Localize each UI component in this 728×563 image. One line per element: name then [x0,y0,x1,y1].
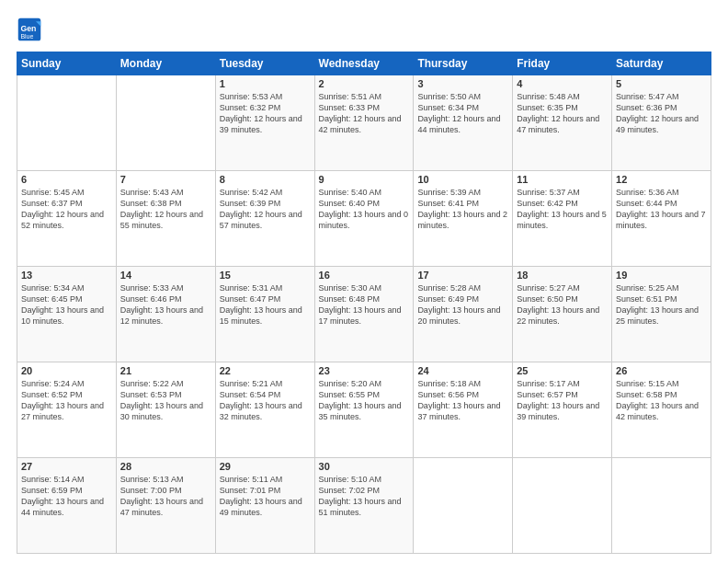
day-number: 18 [517,270,608,281]
day-number: 8 [220,174,311,185]
day-cell: 6Sunrise: 5:45 AMSunset: 6:37 PMDaylight… [17,171,117,267]
day-info: Sunrise: 5:48 AMSunset: 6:35 PMDaylight:… [517,91,608,136]
day-number: 15 [220,270,311,281]
day-cell: 20Sunrise: 5:24 AMSunset: 6:52 PMDayligh… [17,362,117,458]
day-cell: 8Sunrise: 5:42 AMSunset: 6:39 PMDaylight… [215,171,314,267]
day-number: 3 [417,78,508,89]
day-cell: 16Sunrise: 5:30 AMSunset: 6:48 PMDayligh… [314,267,414,362]
day-cell: 15Sunrise: 5:31 AMSunset: 6:47 PMDayligh… [215,267,314,362]
week-row-1: 1Sunrise: 5:53 AMSunset: 6:32 PMDaylight… [17,75,711,171]
day-info: Sunrise: 5:34 AMSunset: 6:45 PMDaylight:… [21,282,112,327]
day-number: 16 [319,270,410,281]
week-row-5: 27Sunrise: 5:14 AMSunset: 6:59 PMDayligh… [17,458,711,554]
day-number: 10 [417,174,508,185]
day-cell [17,75,117,171]
logo-icon: Gen Blue [17,17,42,42]
day-number: 17 [417,270,508,281]
header: Gen Blue [17,17,711,42]
day-cell: 18Sunrise: 5:27 AMSunset: 6:50 PMDayligh… [513,267,612,362]
day-cell: 11Sunrise: 5:37 AMSunset: 6:42 PMDayligh… [513,171,612,267]
day-number: 28 [120,461,211,472]
day-info: Sunrise: 5:14 AMSunset: 6:59 PMDaylight:… [21,474,112,519]
day-cell: 19Sunrise: 5:25 AMSunset: 6:51 PMDayligh… [612,267,711,362]
day-cell: 14Sunrise: 5:33 AMSunset: 6:46 PMDayligh… [116,267,215,362]
day-number: 21 [120,365,211,376]
day-cell: 23Sunrise: 5:20 AMSunset: 6:55 PMDayligh… [314,362,414,458]
day-number: 2 [319,78,410,89]
day-number: 6 [21,174,112,185]
day-cell: 3Sunrise: 5:50 AMSunset: 6:34 PMDaylight… [414,75,513,171]
day-cell [116,75,215,171]
day-number: 20 [21,365,112,376]
page: Gen Blue SundayMondayTuesdayWednesdayThu… [0,0,728,563]
day-number: 27 [21,461,112,472]
day-cell: 1Sunrise: 5:53 AMSunset: 6:32 PMDaylight… [215,75,314,171]
day-number: 1 [220,78,311,89]
day-cell [513,458,612,554]
day-cell [612,458,711,554]
day-cell: 5Sunrise: 5:47 AMSunset: 6:36 PMDaylight… [612,75,711,171]
weekday-header-tuesday: Tuesday [215,52,314,75]
day-number: 23 [319,365,410,376]
day-info: Sunrise: 5:13 AMSunset: 7:00 PMDaylight:… [120,474,211,519]
day-cell: 13Sunrise: 5:34 AMSunset: 6:45 PMDayligh… [17,267,117,362]
day-info: Sunrise: 5:45 AMSunset: 6:37 PMDaylight:… [21,187,112,232]
day-cell: 12Sunrise: 5:36 AMSunset: 6:44 PMDayligh… [612,171,711,267]
day-info: Sunrise: 5:51 AMSunset: 6:33 PMDaylight:… [319,91,410,136]
day-info: Sunrise: 5:11 AMSunset: 7:01 PMDaylight:… [220,474,311,519]
day-info: Sunrise: 5:47 AMSunset: 6:36 PMDaylight:… [616,91,707,136]
day-cell: 28Sunrise: 5:13 AMSunset: 7:00 PMDayligh… [116,458,215,554]
day-number: 11 [517,174,608,185]
week-row-3: 13Sunrise: 5:34 AMSunset: 6:45 PMDayligh… [17,267,711,362]
day-cell: 24Sunrise: 5:18 AMSunset: 6:56 PMDayligh… [414,362,513,458]
day-info: Sunrise: 5:17 AMSunset: 6:57 PMDaylight:… [517,378,608,423]
day-info: Sunrise: 5:10 AMSunset: 7:02 PMDaylight:… [319,474,410,519]
day-number: 22 [220,365,311,376]
day-info: Sunrise: 5:40 AMSunset: 6:40 PMDaylight:… [319,187,410,232]
day-number: 13 [21,270,112,281]
day-info: Sunrise: 5:33 AMSunset: 6:46 PMDaylight:… [120,282,211,327]
week-row-4: 20Sunrise: 5:24 AMSunset: 6:52 PMDayligh… [17,362,711,458]
day-number: 7 [120,174,211,185]
day-info: Sunrise: 5:39 AMSunset: 6:41 PMDaylight:… [417,187,508,232]
day-info: Sunrise: 5:36 AMSunset: 6:44 PMDaylight:… [616,187,707,232]
calendar-table: SundayMondayTuesdayWednesdayThursdayFrid… [17,52,711,554]
day-cell: 26Sunrise: 5:15 AMSunset: 6:58 PMDayligh… [612,362,711,458]
day-info: Sunrise: 5:27 AMSunset: 6:50 PMDaylight:… [517,282,608,327]
day-number: 29 [220,461,311,472]
day-cell: 17Sunrise: 5:28 AMSunset: 6:49 PMDayligh… [414,267,513,362]
day-info: Sunrise: 5:28 AMSunset: 6:49 PMDaylight:… [417,282,508,327]
day-cell: 27Sunrise: 5:14 AMSunset: 6:59 PMDayligh… [17,458,117,554]
day-info: Sunrise: 5:22 AMSunset: 6:53 PMDaylight:… [120,378,211,423]
day-cell [414,458,513,554]
day-cell: 7Sunrise: 5:43 AMSunset: 6:38 PMDaylight… [116,171,215,267]
day-cell: 21Sunrise: 5:22 AMSunset: 6:53 PMDayligh… [116,362,215,458]
day-cell: 2Sunrise: 5:51 AMSunset: 6:33 PMDaylight… [314,75,414,171]
svg-text:Gen: Gen [20,24,36,33]
day-info: Sunrise: 5:53 AMSunset: 6:32 PMDaylight:… [220,91,311,136]
weekday-header-monday: Monday [116,52,215,75]
weekday-header-thursday: Thursday [414,52,513,75]
day-info: Sunrise: 5:24 AMSunset: 6:52 PMDaylight:… [21,378,112,423]
weekday-header-sunday: Sunday [17,52,117,75]
day-number: 4 [517,78,608,89]
day-info: Sunrise: 5:42 AMSunset: 6:39 PMDaylight:… [220,187,311,232]
day-info: Sunrise: 5:18 AMSunset: 6:56 PMDaylight:… [417,378,508,423]
day-info: Sunrise: 5:30 AMSunset: 6:48 PMDaylight:… [319,282,410,327]
day-cell: 22Sunrise: 5:21 AMSunset: 6:54 PMDayligh… [215,362,314,458]
day-info: Sunrise: 5:31 AMSunset: 6:47 PMDaylight:… [220,282,311,327]
day-info: Sunrise: 5:20 AMSunset: 6:55 PMDaylight:… [319,378,410,423]
day-number: 14 [120,270,211,281]
svg-text:Blue: Blue [20,33,33,40]
day-info: Sunrise: 5:37 AMSunset: 6:42 PMDaylight:… [517,187,608,232]
day-cell: 10Sunrise: 5:39 AMSunset: 6:41 PMDayligh… [414,171,513,267]
week-row-2: 6Sunrise: 5:45 AMSunset: 6:37 PMDaylight… [17,171,711,267]
day-cell: 30Sunrise: 5:10 AMSunset: 7:02 PMDayligh… [314,458,414,554]
day-number: 24 [417,365,508,376]
day-number: 26 [616,365,707,376]
weekday-header-row: SundayMondayTuesdayWednesdayThursdayFrid… [17,52,711,75]
day-number: 30 [319,461,410,472]
day-info: Sunrise: 5:43 AMSunset: 6:38 PMDaylight:… [120,187,211,232]
day-number: 25 [517,365,608,376]
day-info: Sunrise: 5:15 AMSunset: 6:58 PMDaylight:… [616,378,707,423]
